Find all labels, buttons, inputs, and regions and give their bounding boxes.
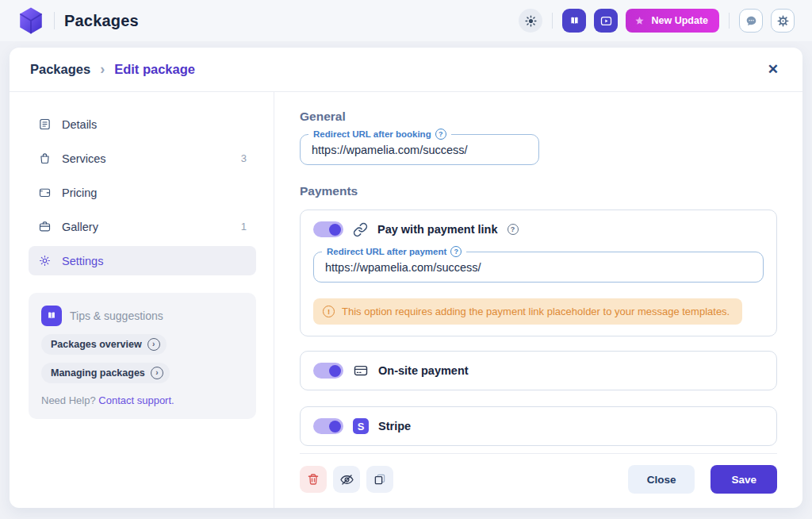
- payment-link-warning: ! This option requires adding the paymen…: [313, 298, 742, 325]
- settings-content: General Redirect URL after booking ? Pay…: [274, 92, 802, 508]
- payment-link-card: Pay with payment link ? Redirect URL aft…: [300, 210, 777, 336]
- sidebar-item-settings[interactable]: Settings: [29, 246, 256, 275]
- sidebar-item-label: Pricing: [62, 186, 97, 199]
- bag-icon: [38, 152, 52, 165]
- credit-card-icon: [353, 363, 369, 379]
- chevron-right-circle-icon: ›: [151, 367, 163, 379]
- sidebar-item-label: Settings: [62, 255, 103, 267]
- onsite-payment-label: On-site payment: [378, 364, 469, 377]
- divider: [729, 13, 730, 29]
- payments-heading: Payments: [300, 184, 777, 198]
- redirect-url-after-booking-input[interactable]: [312, 142, 527, 158]
- help-icon[interactable]: ?: [508, 224, 519, 235]
- chevron-right-circle-icon: ›: [147, 338, 160, 351]
- breadcrumb-packages[interactable]: Packages: [30, 62, 90, 77]
- modal-header: Packages › Edit package ✕: [10, 48, 802, 92]
- trash-icon: [306, 472, 320, 486]
- tips-link-managing-packages[interactable]: Managing packages ›: [41, 363, 170, 383]
- redirect-url-after-booking-field: Redirect URL after booking ?: [300, 134, 539, 165]
- stripe-label: Stripe: [378, 420, 411, 432]
- gear-icon: [776, 14, 790, 28]
- close-modal-button[interactable]: ✕: [764, 60, 782, 79]
- stripe-row: S Stripe: [313, 418, 764, 434]
- link-icon: [353, 222, 368, 237]
- tips-title: Tips & suggestions: [70, 309, 163, 322]
- redirect-url-after-payment-input[interactable]: [325, 260, 752, 275]
- breadcrumb-edit-package: Edit package: [114, 62, 195, 77]
- chat-icon: [745, 14, 758, 28]
- redirect-url-after-payment-field: Redirect URL after payment ?: [313, 252, 764, 283]
- stripe-toggle[interactable]: [313, 418, 343, 434]
- save-button[interactable]: Save: [710, 465, 777, 494]
- field-label-text: Redirect URL after booking: [313, 129, 431, 140]
- onsite-payment-toggle[interactable]: [313, 363, 343, 379]
- sun-icon: [524, 14, 538, 28]
- sidebar-item-services[interactable]: Services 3: [29, 144, 256, 173]
- toggle-knob: [329, 365, 341, 377]
- new-update-label: New Update: [651, 15, 708, 26]
- breadcrumb: Packages › Edit package: [30, 61, 195, 78]
- tips-link-packages-overview[interactable]: Packages overview ›: [41, 334, 167, 355]
- tip-label: Packages overview: [51, 339, 142, 350]
- contact-support-link[interactable]: Contact support.: [98, 394, 174, 406]
- field-label: Redirect URL after booking ?: [308, 129, 451, 140]
- amelia-logo-icon: [17, 6, 44, 35]
- feedback-button[interactable]: [739, 9, 763, 33]
- modal-footer: Close Save: [300, 453, 777, 494]
- tips-panel: Tips & suggestions Packages overview › M…: [29, 293, 256, 419]
- brand: Packages: [17, 6, 139, 35]
- duplicate-package-button[interactable]: [366, 466, 393, 493]
- modal-body: Details Services 3: [10, 92, 802, 508]
- field-label-text: Redirect URL after payment: [327, 246, 446, 257]
- divider: [552, 13, 553, 29]
- item-badge: 3: [241, 152, 247, 164]
- eye-off-icon: [339, 472, 354, 487]
- book-icon: [41, 306, 62, 326]
- details-icon: [38, 117, 52, 131]
- payment-link-label: Pay with payment link: [377, 223, 498, 236]
- close-icon: ✕: [768, 62, 779, 77]
- onsite-payment-card: On-site payment: [300, 351, 777, 390]
- onsite-payment-row: On-site payment: [313, 363, 764, 379]
- top-bar: Packages: [0, 0, 812, 41]
- book-icon: [568, 14, 581, 28]
- top-actions: New Update: [519, 9, 795, 33]
- gear-icon: [38, 254, 52, 267]
- divider: [54, 12, 55, 29]
- hide-package-button[interactable]: [333, 466, 360, 493]
- sidebar-item-pricing[interactable]: Pricing: [29, 178, 256, 207]
- warning-text: This option requires adding the payment …: [342, 306, 730, 317]
- tips-header: Tips & suggestions: [41, 306, 243, 326]
- sidebar: Details Services 3: [10, 92, 274, 508]
- video-icon: [599, 14, 613, 28]
- theme-toggle-button[interactable]: [519, 9, 542, 33]
- help-icon[interactable]: ?: [435, 129, 446, 140]
- copy-icon: [373, 472, 387, 486]
- close-button[interactable]: Close: [628, 465, 695, 494]
- chevron-right-icon: ›: [100, 61, 105, 78]
- wallet-icon: [38, 186, 52, 199]
- item-badge: 1: [241, 221, 247, 233]
- global-settings-button[interactable]: [771, 9, 795, 33]
- payment-link-toggle[interactable]: [313, 221, 343, 237]
- delete-package-button[interactable]: [300, 466, 327, 493]
- field-label: Redirect URL after payment ?: [322, 246, 466, 257]
- gallery-icon: [38, 220, 52, 233]
- new-update-button[interactable]: New Update: [626, 9, 719, 33]
- documentation-button[interactable]: [562, 9, 586, 33]
- toggle-knob: [329, 224, 341, 236]
- sidebar-item-label: Details: [62, 118, 97, 131]
- video-tutorials-button[interactable]: [594, 9, 618, 33]
- payment-link-row: Pay with payment link ?: [313, 221, 764, 237]
- sidebar-item-details[interactable]: Details: [29, 110, 256, 139]
- sidebar-item-gallery[interactable]: Gallery 1: [29, 212, 256, 241]
- tip-label: Managing packages: [51, 367, 145, 379]
- stripe-icon: S: [353, 418, 369, 434]
- toggle-knob: [329, 421, 341, 432]
- help-icon[interactable]: ?: [450, 246, 462, 257]
- stripe-card: S Stripe: [300, 406, 777, 446]
- edit-package-modal: Packages › Edit package ✕ Details: [10, 48, 802, 508]
- warning-icon: !: [323, 306, 335, 317]
- help-prefix: Need Help?: [41, 394, 96, 406]
- page-title: Packages: [64, 12, 139, 30]
